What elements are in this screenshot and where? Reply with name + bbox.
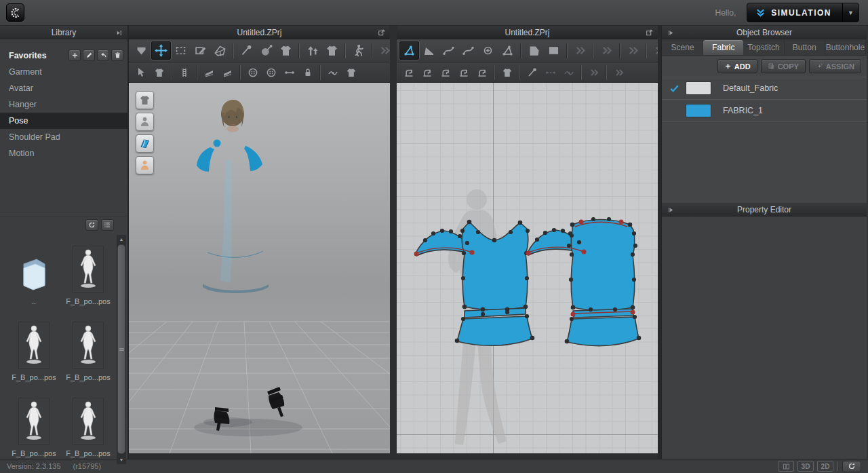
sidebar-item-favorites[interactable]: Favorites	[0, 48, 127, 64]
sidebar-item-label: Motion	[9, 149, 35, 158]
edit-contour-tool[interactable]	[498, 41, 517, 60]
show-avatar-toggle[interactable]	[136, 113, 154, 131]
free-sewing-tool[interactable]	[436, 64, 454, 80]
fabric-row[interactable]: FABRIC_1	[662, 100, 867, 122]
assign-button[interactable]: ASSIGN	[809, 59, 861, 73]
avatar-skin-view-toggle[interactable]	[136, 156, 154, 174]
split-view-button[interactable]	[778, 461, 794, 472]
button-sew-tool[interactable]	[280, 64, 298, 80]
select-box-tool[interactable]	[191, 41, 210, 60]
sewing-seam-free-tool[interactable]	[218, 64, 237, 80]
viewport-divider[interactable]	[390, 26, 397, 459]
show-garment-toggle[interactable]	[136, 91, 154, 109]
elastic-tool[interactable]	[559, 64, 578, 80]
arrange-panel-tool[interactable]	[322, 41, 342, 60]
basting-tool[interactable]	[541, 64, 559, 80]
add-button-label: ADD	[734, 62, 751, 71]
expand-panel-icon[interactable]	[665, 205, 677, 214]
edit-curve-point-tool[interactable]	[458, 41, 478, 60]
tab-topstitch[interactable]: Topstitch	[743, 40, 784, 55]
sidebar-item-hanger[interactable]: Hanger	[0, 96, 127, 113]
popup-window-icon[interactable]	[377, 29, 386, 37]
sewing-seam-tool[interactable]	[200, 64, 218, 80]
tab-scene[interactable]: Scene	[663, 40, 703, 55]
edit-curvature-tool[interactable]	[439, 41, 458, 60]
transform-pattern-tool[interactable]	[399, 41, 419, 60]
refresh-library-button[interactable]	[85, 219, 98, 231]
select-move-tool[interactable]	[151, 41, 171, 60]
rectangle-tool[interactable]	[544, 41, 564, 60]
view-2d-button[interactable]: 2D	[817, 461, 833, 472]
pose-thumbnail[interactable]: F_B_po...pos	[12, 390, 56, 457]
sidebar-item-pose[interactable]: Pose	[0, 113, 127, 129]
pin-edit-tool[interactable]	[523, 64, 541, 80]
history-tool[interactable]	[132, 41, 151, 60]
show-sewing-tool[interactable]	[454, 64, 473, 80]
view-3d-button[interactable]: 3D	[797, 461, 814, 472]
add-favorite-button[interactable]	[68, 50, 81, 61]
more-2d-5-tool[interactable]	[585, 64, 603, 80]
texture-edit-tool[interactable]	[150, 64, 168, 80]
library-scrollbar[interactable]: ▲ ▼	[117, 235, 126, 464]
check-sewing-icon	[477, 67, 488, 78]
collapse-panel-icon[interactable]	[113, 28, 125, 37]
pose-thumbnail[interactable]: F_B_po...pos	[66, 314, 110, 381]
button-pick-tool[interactable]	[243, 64, 262, 80]
fabric-pick-tool[interactable]	[132, 64, 150, 80]
check-sewing-tool[interactable]	[473, 64, 491, 80]
sidebar-item-shoulder-pad[interactable]: Shoulder Pad	[0, 129, 127, 145]
select-rectangle-tool[interactable]	[171, 41, 191, 60]
edit-sewing-tool[interactable]	[399, 64, 418, 80]
sync-view-button[interactable]	[842, 461, 861, 472]
more-2d-6-tool[interactable]	[610, 64, 628, 80]
scroll-down-button[interactable]: ▼	[117, 455, 126, 464]
canvas-3d[interactable]	[129, 83, 390, 459]
scrollbar-thumb[interactable]	[117, 244, 125, 454]
pose-walk-tool[interactable]	[349, 41, 368, 60]
pin-sphere-tool[interactable]	[256, 41, 276, 60]
tab-fabric[interactable]: Fabric	[703, 40, 743, 55]
pose-thumbnail[interactable]: F_B_po...pos	[66, 390, 110, 457]
edit-pattern-tool[interactable]	[419, 41, 439, 60]
more-2d-1-tool[interactable]	[570, 41, 590, 60]
fabric-view-toggle[interactable]	[136, 134, 154, 153]
pose-thumbnail[interactable]: F_B_po...pos	[12, 314, 56, 381]
expand-panel-icon[interactable]	[665, 28, 677, 37]
copy-button[interactable]: COPY	[761, 59, 806, 73]
popup-window-icon[interactable]	[645, 29, 654, 37]
sidebar-item-garment[interactable]: Garment	[0, 64, 127, 80]
flatten-pick-tool[interactable]	[323, 64, 342, 80]
pin-garment-tool[interactable]	[276, 41, 296, 60]
app-logo[interactable]	[6, 3, 24, 22]
folder-item[interactable]: ..	[19, 238, 49, 305]
add-button[interactable]: ADD	[717, 59, 757, 73]
pattern-shirt-tool[interactable]	[498, 64, 516, 80]
more-2d-2-tool[interactable]	[597, 41, 616, 60]
simulation-dropdown-button[interactable]: ▼	[842, 3, 859, 22]
segment-sewing-tool[interactable]	[418, 64, 436, 80]
flatten-garment-tool[interactable]	[342, 64, 360, 80]
arrange-clothes-tool[interactable]	[302, 41, 322, 60]
list-view-button[interactable]	[101, 219, 114, 231]
scroll-up-button[interactable]: ▲	[117, 235, 126, 244]
edit-favorite-button[interactable]	[83, 50, 95, 61]
more-2d-3-tool[interactable]	[623, 41, 643, 60]
select-gizmo-tool[interactable]	[210, 41, 230, 60]
pin-tool[interactable]	[237, 41, 256, 60]
sidebar-item-motion[interactable]: Motion	[0, 145, 127, 162]
restore-favorite-button[interactable]	[97, 50, 109, 61]
sidebar-item-avatar[interactable]: Avatar	[0, 80, 127, 96]
add-point-tool[interactable]	[478, 41, 498, 60]
delete-favorite-button[interactable]	[111, 50, 123, 61]
polygon-tool[interactable]	[524, 41, 544, 60]
canvas-2d[interactable]	[397, 83, 658, 459]
pose-thumbnail[interactable]: F_B_po...pos	[66, 238, 110, 305]
buttonhole-lock-tool[interactable]	[298, 64, 317, 80]
simulation-button[interactable]: SIMULATION	[747, 3, 842, 22]
button-tool[interactable]	[262, 64, 280, 80]
tab-button[interactable]: Button	[785, 40, 825, 55]
zipper-tool[interactable]	[175, 64, 193, 80]
tab-buttonhole[interactable]: Buttonhole	[825, 40, 866, 55]
polygon-icon	[528, 44, 540, 57]
fabric-row[interactable]: Default_Fabric	[662, 77, 867, 100]
